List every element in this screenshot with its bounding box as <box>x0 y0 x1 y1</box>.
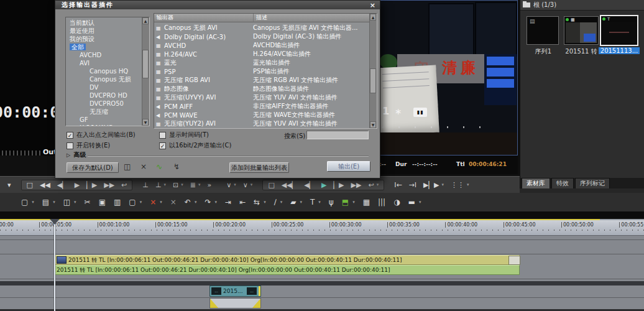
save-project-button-caret[interactable]: ▾ <box>74 200 76 206</box>
timeline-title-clip[interactable]: ... 2015... ... <box>209 285 261 297</box>
delete-button-caret[interactable]: ▾ <box>160 200 162 206</box>
scroll-up-icon[interactable]: ▲ <box>142 17 149 24</box>
play-around-cursor-button-caret[interactable]: ▾ <box>441 182 444 188</box>
bin-clip-label[interactable]: 序列1 <box>528 47 559 56</box>
ripple-mode-button-caret[interactable]: ▾ <box>181 182 183 188</box>
exporter-row[interactable]: ▦无压缩(YUY2) AVI无压缩 YUV AVI 文件输出插件 <box>154 119 370 128</box>
in-out-checkbox[interactable] <box>67 132 73 139</box>
play-around-cursor-button[interactable]: ▶▏▶ <box>423 182 439 188</box>
advanced-toggle[interactable]: ▷ 高级 <box>67 151 86 159</box>
option-in-out[interactable]: 在入出点之间输出(B) <box>67 131 136 139</box>
option-convert[interactable]: 开启转换(E) <box>67 141 110 150</box>
duplicate-button[interactable]: ▥ <box>114 198 121 206</box>
playhead-handle[interactable] <box>50 219 60 225</box>
expand-triangle-icon[interactable]: ▷ <box>67 152 70 158</box>
layout-button-caret[interactable]: ▾ <box>419 200 421 206</box>
set-out-point-button[interactable]: ⇤ <box>239 198 246 206</box>
player-rewind-button[interactable]: ◀◀ <box>40 182 50 188</box>
timeline-next-frame-button[interactable]: ▏▶ <box>334 182 344 188</box>
scroll-down-icon[interactable]: ▼ <box>370 121 376 128</box>
toolbar-overflow-button[interactable]: ▾ <box>7 182 11 188</box>
timeline-prev-frame-button[interactable]: ◀▏ <box>304 182 315 188</box>
category-item[interactable]: AVCHD <box>66 51 149 59</box>
layout-button[interactable]: ▬ <box>408 198 415 206</box>
new-sequence-button[interactable]: ▢ <box>21 198 28 206</box>
scroll-up-icon[interactable]: ▲ <box>370 14 376 21</box>
bin-clip-video[interactable]: ▦ <box>564 16 599 45</box>
timeline-video-clip[interactable]: 201511 转 TL [In:00:00:06:11 Out:00:00:46… <box>55 255 520 265</box>
clip-end-handle[interactable] <box>508 256 520 265</box>
option-timecode[interactable]: 显示时间码(T) <box>159 131 209 139</box>
timeline-play-button[interactable]: ▶ <box>321 182 326 188</box>
set-in-point-button[interactable]: ⇥ <box>225 198 231 206</box>
remove-cut-point-button-caret[interactable]: ▾ <box>164 182 167 188</box>
close-icon[interactable]: × <box>370 1 375 9</box>
grid-button[interactable]: ▦ <box>363 198 370 206</box>
bin-clip-label[interactable]: 201511 转 <box>560 47 602 56</box>
title-button-caret[interactable]: ▾ <box>318 200 321 206</box>
scroll-thumb[interactable] <box>142 50 149 78</box>
fade-out-button[interactable]: ∨ <box>243 182 248 188</box>
exporter-row[interactable]: ◀PCM AIFF非压缩AIFF文件输出器插件 <box>154 102 370 111</box>
exporter-row[interactable]: ◀Dolby Digital (AC-3)Dolby Digital (AC-3… <box>154 32 370 41</box>
category-item[interactable]: DVCPRO50 <box>66 100 149 108</box>
ripple-mode-button[interactable]: ⊡ <box>173 182 178 188</box>
open-project-button[interactable]: ▤ <box>42 198 49 206</box>
undo-button-caret[interactable]: ▾ <box>195 200 197 206</box>
player-next-frame-button[interactable]: ▏▶ <box>86 182 97 188</box>
scroll-thumb[interactable] <box>370 68 376 93</box>
insert-overwrite-mode-button[interactable]: ≣ <box>190 182 196 188</box>
exporter-row[interactable]: ▦蓝光蓝光输出插件 <box>154 58 370 67</box>
exporter-row[interactable]: ▦AVCHDAVCHD输出插件 <box>154 41 370 50</box>
goto-out-point-button[interactable]: →Ⅰ <box>409 182 416 188</box>
bin-clip-sequence[interactable]: ▤ <box>527 16 559 45</box>
fade-in-handle[interactable] <box>210 299 218 308</box>
add-batch-button[interactable]: 添加到批量输出列表 <box>229 162 289 173</box>
player-fast-forward-button[interactable]: ▶▶ <box>104 182 114 188</box>
sync-point-button-caret[interactable]: ▾ <box>264 200 266 206</box>
import-plugin-icon[interactable]: ∿ <box>156 162 162 172</box>
sync-point-button[interactable]: ⇆ <box>254 198 260 206</box>
redo-button-caret[interactable]: ▾ <box>214 200 217 206</box>
clip-out-edge[interactable] <box>259 286 260 296</box>
exporter-row[interactable]: ▦Canopus 无损 AVICanopus 无损压缩 AVI 文件输出器... <box>154 24 370 32</box>
save-preset-icon[interactable]: ◫ <box>124 162 131 172</box>
bin-tab[interactable]: 序列标记 <box>575 178 610 188</box>
export-button[interactable]: ⬒ <box>342 198 349 206</box>
ripple-delete-button[interactable]: × <box>170 198 177 206</box>
redo-button[interactable]: ↷ <box>205 198 211 206</box>
export-button-caret[interactable]: ▾ <box>352 200 355 206</box>
mute-button[interactable]: ◑ <box>393 198 400 206</box>
goto-in-point-button[interactable]: Ⅰ← <box>394 182 402 188</box>
exporter-row[interactable]: ▦H.264/AVCH.264/AVC输出插件 <box>154 50 370 58</box>
transition-button-caret[interactable]: ▾ <box>300 200 302 206</box>
exporter-row[interactable]: ◀PCM WAVE无压缩 WAVE文件输出器插件 <box>154 111 370 119</box>
delete-preset-icon[interactable]: × <box>140 162 147 172</box>
audio16-checkbox[interactable] <box>159 142 166 149</box>
timeline-fast-forward-button[interactable]: ▶▶ <box>351 182 361 188</box>
category-scrollbar[interactable]: ▲ ▼ <box>142 17 149 126</box>
search-input[interactable] <box>306 131 369 139</box>
timeline-stop-button[interactable]: □ <box>268 182 274 188</box>
category-item[interactable]: DV <box>66 83 149 91</box>
timecode-checkbox[interactable] <box>159 132 166 139</box>
voiceover-mic-button[interactable]: ψ <box>329 198 334 206</box>
category-item[interactable]: DVCPRO HD <box>66 91 149 100</box>
category-item[interactable]: Canopus HQ <box>66 67 149 75</box>
player-loop-button[interactable]: ↩ <box>121 182 127 188</box>
fade-in-button[interactable]: ∨ <box>226 182 231 188</box>
bin-tab[interactable]: 特效 <box>551 178 574 188</box>
add-cut-point-button[interactable]: ⊥ <box>142 182 149 188</box>
timeline-prev-clip-button[interactable]: ◀◀▏ <box>282 182 297 188</box>
track-patch-button[interactable]: ⋮⋮ <box>451 182 464 188</box>
player-stop-button[interactable]: □ <box>27 182 33 188</box>
category-item[interactable]: 全部 <box>66 43 149 51</box>
plugin-settings-icon[interactable]: ↯ <box>173 162 180 172</box>
playhead-line[interactable] <box>54 220 55 311</box>
paste-button-caret[interactable]: ▾ <box>140 200 142 206</box>
new-sequence-button-caret[interactable]: ▾ <box>32 200 34 206</box>
timeline-mixer-lane[interactable] <box>209 298 261 309</box>
cut-button[interactable]: ✂ <box>85 198 91 206</box>
fade-out-button-caret[interactable]: ▾ <box>251 182 253 188</box>
column-description[interactable]: 描述 <box>254 14 377 22</box>
